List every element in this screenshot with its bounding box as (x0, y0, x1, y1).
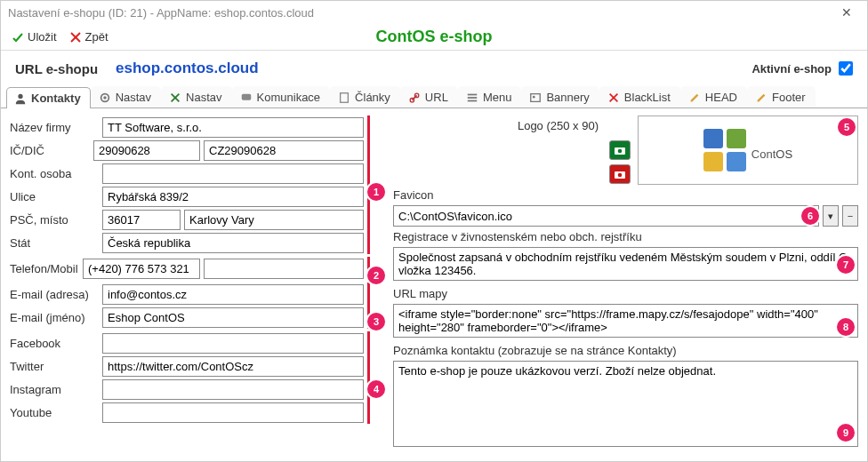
zip-label: PSČ, místo (10, 211, 102, 228)
pencil-icon (755, 92, 768, 104)
company-label: Název firmy (10, 119, 102, 136)
emailaddr-input[interactable] (102, 284, 364, 305)
street-input[interactable] (102, 187, 364, 207)
state-input[interactable] (102, 233, 364, 253)
puzzle-icon (703, 129, 746, 171)
favicon-dropdown-button[interactable]: ▾ (823, 205, 839, 227)
camera-remove-button[interactable] (609, 164, 631, 184)
fb-label: Facebook (10, 335, 102, 352)
tab-url[interactable]: URL (400, 86, 458, 108)
image-icon (529, 92, 542, 104)
tab-bannery[interactable]: Bannery (521, 86, 599, 108)
user-icon (14, 92, 27, 105)
svg-rect-13 (468, 100, 478, 101)
reg-label: Registrace v živnostenském nebo obch. re… (393, 230, 858, 243)
favicon-clear-button[interactable]: − (842, 205, 858, 227)
save-label: Uložit (28, 30, 57, 44)
emailaddr-label: E-mail (adresa) (10, 286, 102, 303)
dic-input[interactable] (204, 140, 364, 161)
pencil-icon (688, 92, 701, 104)
ic-label: IČ/DIČ (10, 142, 93, 159)
header-row: URL e-shopu eshop.contos.cloud Aktivní e… (1, 51, 867, 83)
favicon-label: Favicon (393, 188, 858, 202)
save-button[interactable]: Uložit (12, 30, 57, 44)
camera-add-button[interactable] (609, 140, 631, 160)
svg-rect-12 (468, 97, 478, 99)
badge-8: 8 (837, 318, 855, 336)
badge-2: 2 (367, 267, 385, 284)
city-input[interactable] (184, 210, 364, 230)
fb-input[interactable] (102, 333, 364, 354)
left-column: Název firmy IČ/DIČ Kont. osoba Ulice PSČ… (10, 116, 370, 447)
tab-clanky[interactable]: Články (330, 86, 400, 108)
contact-input[interactable] (102, 163, 364, 184)
map-label: URL mapy (393, 287, 858, 300)
svg-point-15 (533, 95, 535, 98)
svg-rect-8 (341, 92, 349, 102)
url-label: URL e-shopu (15, 61, 98, 76)
svg-rect-14 (531, 93, 541, 101)
company-input[interactable] (102, 117, 364, 138)
gear-icon (99, 92, 111, 104)
back-label: Zpět (85, 30, 108, 44)
x-red-icon (607, 92, 620, 104)
contact-label: Kont. osoba (10, 165, 102, 182)
svg-rect-7 (241, 93, 251, 100)
street-label: Ulice (10, 188, 102, 205)
phone-label: Telefon/Mobil (10, 260, 83, 277)
tools-icon (169, 92, 181, 104)
camera-icon (614, 169, 626, 179)
note-textarea[interactable] (393, 361, 858, 447)
zip-input[interactable] (102, 210, 181, 230)
svg-point-19 (618, 149, 623, 154)
badge-4: 4 (367, 380, 385, 398)
doc-icon (338, 92, 350, 104)
logo-image: ContOS ® 5 (638, 116, 858, 185)
check-icon (12, 31, 24, 44)
tab-blacklist[interactable]: BlackList (599, 86, 680, 108)
emailname-label: E-mail (jméno) (10, 309, 102, 326)
phone-input[interactable] (83, 259, 200, 279)
logo-label: Logo (250 x 90) (518, 119, 599, 132)
active-checkbox[interactable]: Aktivní e-shop (751, 61, 853, 76)
tab-menu[interactable]: Menu (458, 86, 522, 108)
tab-footer[interactable]: Footer (747, 86, 816, 108)
chat-icon (240, 92, 253, 104)
tab-komunikace[interactable]: Komunikace (232, 86, 331, 108)
tab-nastav-1[interactable]: Nastav (91, 86, 161, 108)
ig-label: Instagram (10, 381, 102, 398)
ic-input[interactable] (93, 140, 200, 161)
reg-textarea[interactable] (393, 247, 858, 281)
window-title: Nastavení e-shopu (ID: 21) - AppName: es… (8, 6, 314, 20)
title-bar: Nastavení e-shopu (ID: 21) - AppName: es… (1, 1, 867, 24)
svg-point-2 (18, 93, 22, 98)
favicon-input[interactable] (393, 205, 819, 227)
tw-input[interactable] (102, 356, 364, 377)
x-icon (69, 31, 82, 44)
url-value: eshop.contos.cloud (116, 60, 259, 77)
back-button[interactable]: Zpět (69, 30, 108, 44)
tabs: Kontakty Nastav Nastav Komunikace Články… (1, 86, 867, 108)
brand-title: ContOS e-shop (376, 28, 493, 46)
ig-input[interactable] (102, 379, 364, 400)
badge-7: 7 (837, 256, 855, 274)
emailname-input[interactable] (102, 307, 364, 328)
toolbar: Uložit Zpět ContOS e-shop (1, 24, 867, 51)
active-check[interactable] (839, 61, 853, 76)
badge-3: 3 (367, 313, 385, 331)
tab-head[interactable]: HEAD (680, 86, 747, 108)
menu-icon (466, 92, 478, 104)
mobile-input[interactable] (204, 259, 364, 279)
camera-icon (614, 145, 626, 155)
link-icon (408, 92, 421, 104)
tab-kontakty[interactable]: Kontakty (6, 87, 91, 108)
close-icon[interactable]: ✕ (833, 5, 860, 20)
tab-nastav-2[interactable]: Nastav (161, 86, 231, 108)
state-label: Stát (10, 235, 102, 251)
yt-label: Youtube (10, 404, 102, 421)
svg-point-21 (618, 173, 623, 178)
right-column: Logo (250 x 90) ContOS ® 5 Favicon ▾ − 6… (393, 116, 858, 447)
map-textarea[interactable] (393, 304, 858, 338)
yt-input[interactable] (102, 402, 364, 423)
badge-1: 1 (367, 183, 385, 201)
